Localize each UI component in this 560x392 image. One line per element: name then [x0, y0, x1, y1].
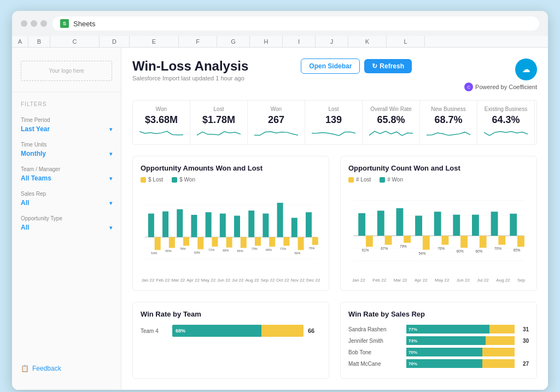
time-units-value: Monthly [21, 150, 46, 157]
team-label: Team 4 [141, 328, 168, 334]
metric-label-1: Lost [197, 106, 241, 112]
team-manager-select[interactable]: All Teams ▾ [21, 174, 112, 182]
legend-count-won-label: # Won [387, 177, 403, 183]
sparkline-svg-1 [197, 128, 241, 139]
chart2-month-label: Jan 22 [352, 278, 365, 283]
metric-card-4: Overall Win Rate 65.8% [363, 101, 420, 144]
sales-rep-select[interactable]: All ▾ [21, 199, 112, 207]
count-chart-svg: 61%67%79%54%70%60%60%70%65% [348, 187, 529, 274]
svg-text:71%: 71% [280, 247, 286, 250]
svg-text:59%: 59% [294, 251, 300, 255]
metric-card-7: Expansion 61.3% [535, 101, 537, 144]
time-period-select[interactable]: Last Year ▾ [21, 125, 112, 133]
opportunity-type-select[interactable]: All ▾ [21, 224, 112, 231]
coefficient-icon: C [464, 83, 473, 91]
col-header-I: I [283, 36, 316, 47]
rep-bar-lost-3 [482, 359, 515, 368]
browser-window-controls [21, 20, 47, 27]
svg-rect-27 [248, 210, 254, 237]
reps-container: Sandra Rashen 77% 31 Jennifer Smith 73% … [348, 325, 529, 368]
feedback-icon: 📋 [21, 365, 29, 372]
metric-sparkline-3 [312, 128, 355, 139]
svg-text:54%: 54% [419, 251, 426, 255]
chart1-month-label: Jan 22 [141, 278, 154, 283]
rep-name-3: Matt McCane [348, 361, 403, 367]
opportunity-type-arrow: ▾ [109, 225, 112, 231]
svg-rect-6 [148, 214, 154, 237]
col-header-A: A [12, 36, 28, 47]
col-header-B: B [28, 36, 50, 47]
svg-rect-7 [155, 237, 161, 250]
team-count: 66 [308, 327, 321, 334]
chart1-month-label: Sep 22 [261, 278, 275, 283]
chart-amounts-title: Opportunity Amounts Won and Lost [141, 164, 321, 172]
metric-value-0: $3.68M [139, 114, 183, 126]
refresh-button[interactable]: ↻ Refresh [364, 59, 412, 73]
svg-rect-16 [197, 237, 203, 249]
chart1-month-label: Jun 22 [217, 278, 230, 283]
chart2-month-label: Apr 22 [415, 278, 428, 283]
metric-card-5: New Business 68.7% [420, 101, 477, 144]
address-text: Sheets [73, 20, 95, 28]
minimize-dot [31, 20, 37, 27]
svg-rect-21 [220, 214, 226, 237]
legend-won-amount: $ Won [172, 177, 195, 183]
title-area: Win-Loss Analysis Salesforce Import last… [132, 58, 248, 81]
svg-text:76%: 76% [180, 247, 186, 250]
chart-amounts: Opportunity Amounts Won and Lost $ Lost … [132, 156, 329, 291]
metric-label-3: Lost [312, 106, 355, 112]
svg-text:60%: 60% [457, 249, 464, 253]
col-header-J: J [316, 36, 348, 47]
rep-bar-won-0: 77% [406, 325, 489, 334]
metric-label-2: Won [254, 106, 298, 112]
legend-count-lost-label: # Lost [356, 177, 371, 183]
svg-rect-72 [510, 214, 517, 236]
chart2-month-label: May 22 [435, 278, 449, 283]
metric-label-4: Overall Win Rate [369, 106, 413, 112]
action-buttons: Open Sidebar ↻ Refresh [301, 58, 412, 74]
time-units-select[interactable]: Monthly ▾ [21, 150, 112, 157]
time-period-label: Time Period [21, 117, 112, 123]
salesforce-logo: ☁ [515, 58, 537, 80]
filter-time-period: Time Period Last Year ▾ [12, 114, 121, 136]
rep-row-0: Sandra Rashen 77% 31 [348, 325, 529, 334]
metric-sparkline-0 [139, 128, 183, 139]
chart1-month-label: Dec 22 [306, 278, 320, 283]
svg-rect-9 [162, 212, 168, 237]
win-rate-rep-card: Win Rate by Sales Rep Sandra Rashen 77% … [340, 302, 537, 379]
metric-value-5: 68.7% [427, 114, 470, 126]
svg-text:73%: 73% [252, 247, 258, 250]
chart2-month-label: Feb 22 [372, 278, 386, 283]
rep-bar-won-1: 73% [406, 336, 486, 345]
svg-text:65%: 65% [237, 249, 243, 253]
svg-rect-64 [460, 236, 468, 248]
svg-rect-30 [262, 214, 269, 237]
svg-rect-73 [517, 236, 524, 247]
chart1-month-label: May 22 [201, 278, 215, 283]
svg-rect-48 [358, 213, 365, 236]
rep-name-2: Bob Tone [348, 349, 403, 355]
close-dot [21, 20, 27, 27]
team-manager-arrow: ▾ [109, 175, 112, 182]
svg-rect-15 [191, 215, 197, 237]
legend-count-won: # Won [380, 177, 403, 183]
legend-lost-dot [141, 177, 146, 183]
metric-sparkline-2 [254, 128, 298, 139]
svg-rect-58 [423, 236, 430, 250]
metric-label-0: Won [139, 106, 183, 112]
address-bar[interactable]: S Sheets [52, 16, 539, 31]
metric-sparkline-5 [427, 128, 470, 139]
svg-text:53%: 53% [151, 251, 157, 255]
win-rate-team-title: Win Rate by Team [141, 310, 321, 318]
chart-count-title: Opportunity Count Won and Lost [348, 164, 529, 172]
svg-text:65%: 65% [514, 249, 521, 253]
feedback-link[interactable]: 📋 Feedback [12, 356, 121, 381]
open-sidebar-button[interactable]: Open Sidebar [301, 58, 360, 74]
metric-card-6: Existing Business 64.3% [477, 101, 535, 144]
svg-rect-19 [212, 237, 218, 247]
svg-rect-63 [453, 215, 460, 236]
legend-count-won-dot [380, 177, 385, 183]
maximize-dot [40, 20, 47, 27]
chart2-month-label: Aug 22 [496, 278, 510, 283]
refresh-icon: ↻ [372, 62, 377, 70]
